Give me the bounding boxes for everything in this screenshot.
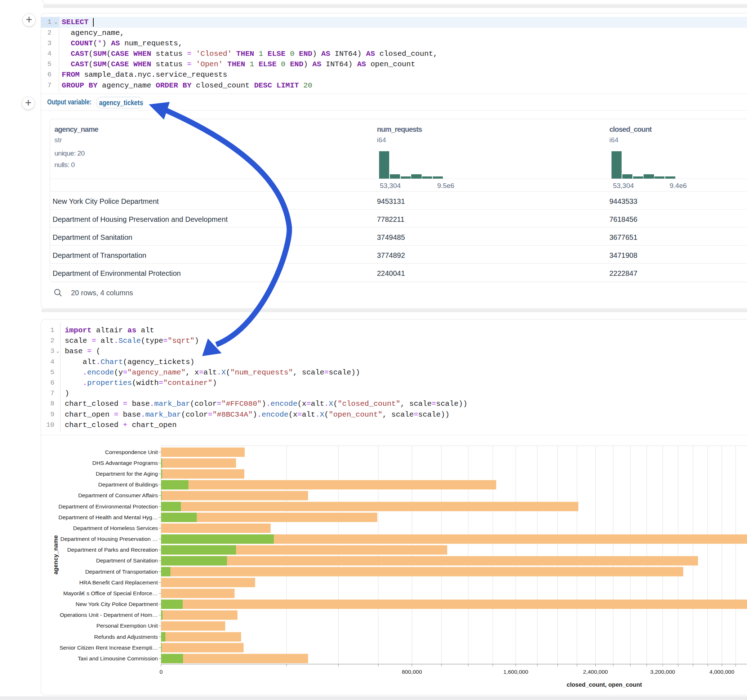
svg-text:agency_name: agency_name xyxy=(52,535,59,574)
svg-text:0: 0 xyxy=(160,669,163,675)
svg-text:Correspondence Unit: Correspondence Unit xyxy=(105,449,158,455)
svg-text:3,200,000: 3,200,000 xyxy=(650,669,675,675)
svg-text:Department of Environmental Pr: Department of Environmental Protection xyxy=(58,503,158,510)
svg-text:Mayorâ€ s Office of Special En: Mayorâ€ s Office of Special Enforce… xyxy=(64,590,158,596)
svg-text:Personal Exemption Unit: Personal Exemption Unit xyxy=(96,623,158,629)
svg-text:Department of Parks and Recrea: Department of Parks and Recreation xyxy=(67,547,158,553)
svg-text:4,000,000: 4,000,000 xyxy=(709,669,734,675)
svg-text:New York City Police Departmen: New York City Police Department xyxy=(76,601,158,607)
svg-text:Department of Buildings: Department of Buildings xyxy=(98,481,158,487)
svg-text:Taxi and Limousine Commission: Taxi and Limousine Commission xyxy=(78,655,158,661)
svg-text:closed_count, open_count: closed_count, open_count xyxy=(567,681,642,688)
svg-text:Department of Sanitation: Department of Sanitation xyxy=(96,557,158,564)
svg-text:Department of Homeless Service: Department of Homeless Services xyxy=(73,525,158,531)
svg-text:800,000: 800,000 xyxy=(402,669,422,675)
svg-text:Department of Transportation: Department of Transportation xyxy=(85,569,158,575)
svg-text:Department for the Aging: Department for the Aging xyxy=(96,471,158,477)
svg-text:Senior Citizen Rent Increase E: Senior Citizen Rent Increase Exempti… xyxy=(59,644,158,651)
svg-text:Department of Health and Menta: Department of Health and Mental Hyg… xyxy=(58,514,158,520)
svg-text:Department of Housing Preserva: Department of Housing Preservation … xyxy=(60,536,158,542)
svg-text:2,400,000: 2,400,000 xyxy=(583,669,608,675)
svg-text:DHS Advantage Programs: DHS Advantage Programs xyxy=(92,460,158,466)
svg-text:Operations Unit - Department o: Operations Unit - Department of Hom… xyxy=(60,612,158,618)
svg-text:Department of Consumer Affairs: Department of Consumer Affairs xyxy=(78,492,158,498)
svg-text:HRA Benefit Card Replacement: HRA Benefit Card Replacement xyxy=(79,579,158,585)
svg-text:1,600,000: 1,600,000 xyxy=(504,669,528,675)
svg-text:Refunds and Adjustments: Refunds and Adjustments xyxy=(94,634,158,640)
